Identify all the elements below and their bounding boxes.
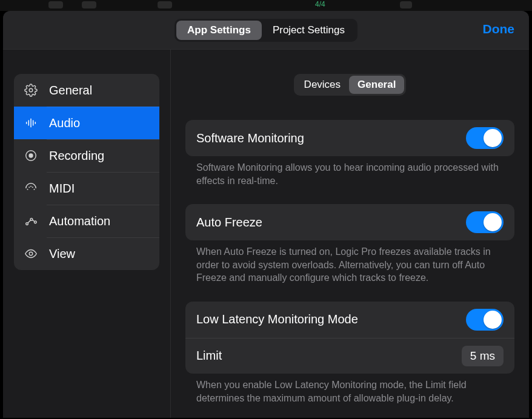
auto-freeze-row: Auto Freeze	[185, 204, 514, 240]
setting-title: Low Latency Monitoring Mode	[196, 312, 358, 326]
audio-subtab-segmented: Devices General	[294, 74, 407, 96]
auto-freeze-group: Auto Freeze When Auto Freeze is turned o…	[185, 204, 514, 285]
sidebar-item-recording[interactable]: Recording	[14, 139, 159, 172]
svg-point-9	[28, 186, 30, 188]
software-monitoring-row: Software Monitoring	[185, 120, 514, 156]
window-backdrop: 4/4	[0, 0, 532, 11]
sidebar-item-label: General	[49, 84, 92, 97]
svg-point-8	[27, 189, 28, 190]
record-icon	[24, 148, 38, 163]
sidebar-item-label: MIDI	[49, 182, 75, 196]
low-latency-row: Low Latency Monitoring Mode	[185, 302, 514, 338]
settings-modal: App Settings Project Settings Done Gener…	[3, 11, 529, 418]
sidebar-item-automation[interactable]: Automation	[14, 205, 159, 237]
sidebar-item-midi[interactable]: MIDI	[14, 172, 159, 205]
svg-point-12	[30, 186, 32, 187]
svg-point-11	[33, 189, 35, 190]
svg-point-10	[32, 186, 33, 188]
setting-description: When you enable Low Latency Monitoring m…	[185, 374, 514, 404]
sidebar-item-label: Recording	[49, 149, 104, 163]
subtab-general[interactable]: General	[349, 76, 404, 94]
audio-waveform-icon	[24, 116, 38, 130]
svg-point-7	[28, 153, 33, 157]
settings-scope-segmented: App Settings Project Settings	[175, 19, 357, 42]
eye-icon	[24, 246, 38, 261]
svg-point-14	[30, 218, 33, 220]
midi-icon	[24, 181, 38, 196]
setting-description: When Auto Freeze is turned on, Logic Pro…	[185, 240, 514, 285]
sidebar-item-view[interactable]: View	[14, 237, 159, 270]
subtab-devices[interactable]: Devices	[296, 76, 349, 94]
svg-point-13	[26, 223, 28, 225]
sidebar-item-label: View	[49, 247, 75, 261]
sidebar-item-label: Automation	[49, 214, 110, 228]
software-monitoring-group: Software Monitoring Software Monitoring …	[185, 120, 514, 187]
sidebar-item-audio[interactable]: Audio	[14, 107, 159, 139]
sidebar-item-label: Audio	[49, 116, 80, 130]
tab-app-settings[interactable]: App Settings	[176, 21, 262, 40]
setting-title: Limit	[196, 349, 222, 363]
settings-sidebar: General Audio Recording	[3, 50, 171, 418]
setting-title: Auto Freeze	[196, 216, 262, 229]
software-monitoring-toggle[interactable]	[466, 127, 504, 149]
setting-description: Software Monitoring allows you to hear i…	[185, 156, 514, 187]
limit-row: Limit 5 ms	[185, 338, 514, 374]
automation-icon	[24, 214, 38, 228]
limit-value-field[interactable]: 5 ms	[462, 346, 504, 366]
low-latency-toggle[interactable]	[466, 309, 504, 331]
tab-project-settings[interactable]: Project Settings	[262, 21, 356, 40]
settings-content: Devices General Software Monitoring Soft…	[171, 50, 529, 418]
time-signature: 4/4	[315, 0, 325, 8]
svg-point-0	[29, 88, 33, 92]
auto-freeze-toggle[interactable]	[466, 211, 504, 233]
svg-point-15	[35, 221, 37, 223]
done-button[interactable]: Done	[483, 22, 515, 36]
sidebar-item-general[interactable]: General	[14, 74, 159, 107]
setting-title: Software Monitoring	[196, 131, 304, 145]
low-latency-group: Low Latency Monitoring Mode Limit 5 ms W…	[185, 302, 514, 404]
modal-header: App Settings Project Settings Done	[3, 11, 529, 50]
svg-point-16	[29, 252, 33, 256]
gear-icon	[24, 83, 38, 97]
